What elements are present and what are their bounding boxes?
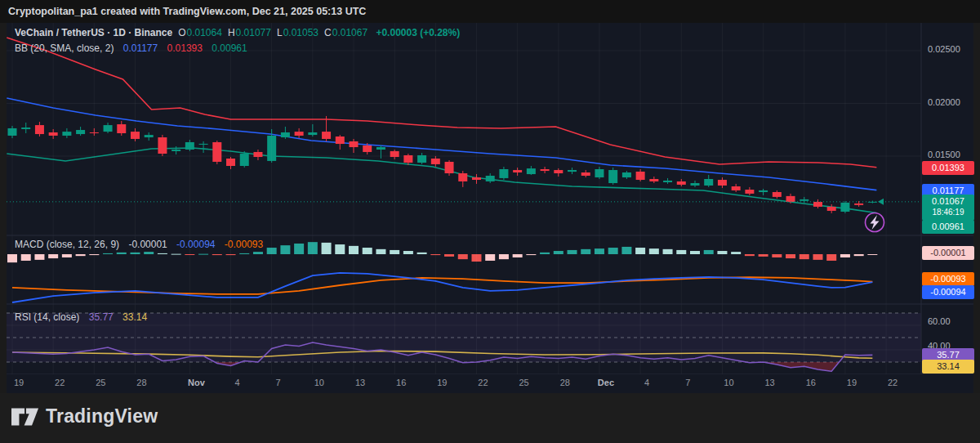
rsi-legend[interactable]: RSI (14, close) 35.77 33.14 [15, 311, 147, 323]
change-value: +0.00003 (+0.28%) [376, 27, 460, 38]
time-axis-label: 22 [55, 378, 65, 387]
bb-label: BB (20, SMA, close, 2) [15, 43, 114, 54]
time-axis-label: 25 [96, 378, 105, 387]
symbol-title: VeChain / TetherUS · 1D · Binance [15, 27, 172, 38]
macd-value-badge: -0.00093 [922, 272, 974, 286]
macd-value-badge: -0.00001 [922, 246, 974, 260]
time-axis-label: 19 [847, 378, 857, 387]
ohlc-value: 0.01053 [283, 27, 318, 38]
time-axis-label: 13 [764, 378, 774, 387]
ohlc-letter: H [228, 27, 235, 38]
price-level-badge: 0.00961 [922, 220, 974, 234]
time-scale[interactable]: 19222528Nov4710131619222528Dec4710131619… [0, 374, 980, 392]
tradingview-logo-icon [11, 407, 39, 427]
macd-value-badge: -0.00094 [922, 285, 974, 299]
time-axis-label: 7 [276, 378, 281, 387]
time-axis-label: 22 [888, 378, 898, 387]
price-axis-label: 0.01500 [928, 150, 960, 159]
time-axis-label: 4 [644, 378, 649, 387]
time-axis-label: 19 [14, 378, 24, 387]
macd-hist-value: -0.00001 [128, 239, 167, 250]
time-axis-label: Nov [188, 378, 205, 387]
ohlc-value: 0.01077 [236, 27, 271, 38]
time-axis-label: 16 [396, 378, 406, 387]
time-axis-label: 28 [136, 378, 146, 387]
price-axis-label: 0.02500 [928, 44, 960, 54]
bb-basis-value: 0.01177 [123, 43, 158, 54]
tradingview-logo[interactable]: TradingView [11, 405, 158, 427]
tradingview-logo-text: TradingView [46, 405, 158, 427]
time-axis-label: 25 [519, 378, 529, 387]
last-price-badge: 0.0106718:46:19 [922, 195, 974, 221]
rsi-value-badge: 33.14 [922, 360, 974, 374]
bb-lower-value: 0.00961 [212, 43, 247, 54]
time-axis-label: 28 [560, 378, 570, 387]
macd-line-value: -0.00094 [176, 239, 215, 250]
rsi-value: 35.77 [89, 311, 114, 323]
ohlc-letter: C [324, 27, 332, 38]
rsi-ma-value: 33.14 [122, 311, 147, 323]
ohlc-letter: O [178, 27, 185, 38]
macd-label: MACD (close, 12, 26, 9) [15, 239, 119, 250]
price-chart-canvas[interactable] [7, 23, 973, 374]
bb-upper-value: 0.01393 [167, 43, 203, 54]
quick-trade-button[interactable] [866, 213, 884, 232]
symbol-legend[interactable]: VeChain / TetherUS · 1D · BinanceO0.0106… [15, 27, 460, 38]
ohlc-letter: L [277, 27, 283, 38]
rsi-axis-label: 60.00 [928, 316, 951, 326]
bb-legend[interactable]: BB (20, SMA, close, 2) 0.01177 0.01393 0… [15, 43, 247, 54]
time-axis-label: 22 [478, 378, 488, 387]
price-axis-label: 0.02000 [928, 97, 960, 107]
time-axis-label: 10 [314, 378, 324, 387]
attribution-text: Cryptopolitan_pa1 created with TradingVi… [8, 0, 366, 23]
time-axis-label: 13 [355, 378, 365, 387]
macd-signal-value: -0.00093 [225, 239, 263, 250]
time-axis-label: 10 [724, 378, 733, 387]
ohlc-value: 0.01064 [187, 27, 222, 38]
attribution-bar: Cryptopolitan_pa1 created with TradingVi… [0, 0, 980, 23]
time-axis-label: 7 [685, 378, 690, 387]
price-level-badge: 0.01393 [922, 161, 974, 175]
footer-bar: TradingView [0, 393, 980, 443]
time-axis-label: 16 [806, 378, 816, 387]
time-axis-label: Dec [598, 378, 614, 387]
price-marker-arrow-icon [878, 199, 884, 205]
time-axis-label: 19 [437, 378, 447, 387]
rsi-label: RSI (14, close) [15, 311, 79, 323]
ohlc-value: 0.01067 [332, 27, 368, 38]
macd-legend[interactable]: MACD (close, 12, 26, 9) -0.00001 -0.0009… [15, 239, 263, 250]
time-axis-label: 4 [234, 378, 239, 387]
